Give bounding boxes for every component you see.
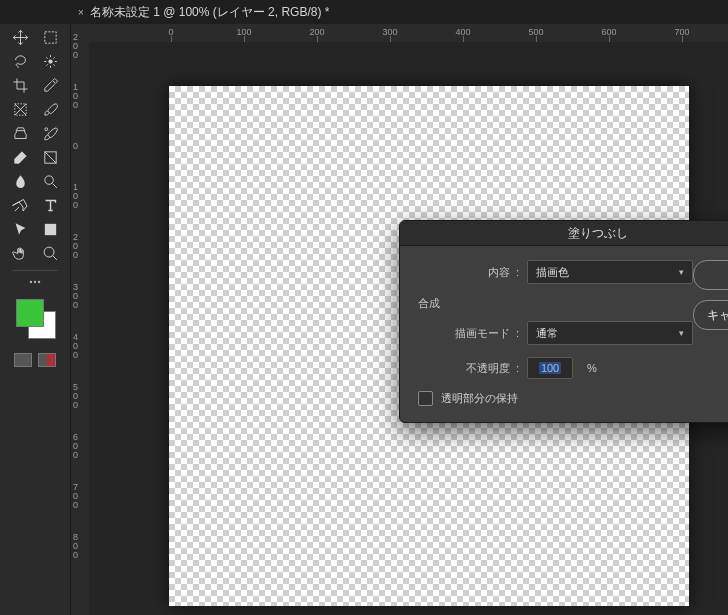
mode-select[interactable]: 通常 ▾ xyxy=(527,321,693,345)
mode-label: 描画モード xyxy=(414,326,516,341)
svg-rect-0 xyxy=(44,31,55,42)
document-tab[interactable]: × 名称未設定 1 @ 100% (レイヤー 2, RGB/8) * xyxy=(78,4,329,21)
opacity-label: 不透明度 xyxy=(414,361,516,376)
quick-select-tool[interactable] xyxy=(37,50,63,72)
quick-mask-icon[interactable] xyxy=(38,353,56,367)
crop-tool[interactable] xyxy=(7,74,33,96)
ok-button[interactable]: OK xyxy=(693,260,728,290)
zoom-tool[interactable] xyxy=(37,242,63,264)
ruler-horizontal[interactable]: 0 100 200 300 400 500 600 700 xyxy=(89,24,728,43)
opacity-value: 100 xyxy=(539,362,561,374)
screen-mode-icon[interactable] xyxy=(14,353,32,367)
svg-point-8 xyxy=(30,281,32,283)
opacity-input[interactable]: 100 xyxy=(527,357,573,379)
fill-dialog: 塗りつぶし 内容 : 描画色 ▾ 合成 描画モード xyxy=(399,220,728,423)
ruler-v-tick: 200 xyxy=(73,33,78,60)
type-tool[interactable] xyxy=(37,194,63,216)
preserve-transparency-checkbox[interactable]: 透明部分の保持 xyxy=(418,391,693,406)
eraser-tool[interactable] xyxy=(7,146,33,168)
pen-tool[interactable] xyxy=(7,194,33,216)
paint-bucket-tool[interactable] xyxy=(37,146,63,168)
cancel-button[interactable]: キャンセル xyxy=(693,300,728,330)
foreground-color-swatch[interactable] xyxy=(16,299,44,327)
edit-toolbar-icon[interactable] xyxy=(28,275,42,289)
ruler-vertical[interactable]: 200 100 0 100 200 300 400 500 600 700 80… xyxy=(71,42,90,615)
opacity-unit: % xyxy=(587,362,597,374)
move-tool[interactable] xyxy=(7,26,33,48)
history-brush-tool[interactable] xyxy=(37,122,63,144)
content-value: 描画色 xyxy=(536,265,569,280)
document-title: 名称未設定 1 @ 100% (レイヤー 2, RGB/8) * xyxy=(90,4,330,21)
compositing-group-label: 合成 xyxy=(418,296,693,311)
preserve-transparency-label: 透明部分の保持 xyxy=(441,391,518,406)
color-swatches[interactable] xyxy=(14,297,56,339)
svg-point-7 xyxy=(44,247,54,257)
content-select[interactable]: 描画色 ▾ xyxy=(527,260,693,284)
chevron-down-icon: ▾ xyxy=(679,328,684,338)
lasso-tool[interactable] xyxy=(7,50,33,72)
brush-tool[interactable] xyxy=(37,98,63,120)
svg-point-5 xyxy=(44,175,53,184)
eyedropper-tool[interactable] xyxy=(37,74,63,96)
blur-tool[interactable] xyxy=(7,170,33,192)
document-area: 0 100 200 300 400 500 600 700 200 100 0 … xyxy=(71,24,728,615)
clone-tool[interactable] xyxy=(7,122,33,144)
checkbox-icon xyxy=(418,391,433,406)
svg-rect-6 xyxy=(44,223,55,234)
svg-point-9 xyxy=(34,281,36,283)
content-label: 内容 xyxy=(414,265,516,280)
svg-point-10 xyxy=(38,281,40,283)
tool-panel xyxy=(0,24,71,615)
marquee-tool[interactable] xyxy=(37,26,63,48)
document-tab-bar: × 名称未設定 1 @ 100% (レイヤー 2, RGB/8) * xyxy=(0,0,728,24)
chevron-down-icon: ▾ xyxy=(679,267,684,277)
dialog-title: 塗りつぶし xyxy=(400,221,728,246)
dodge-tool[interactable] xyxy=(37,170,63,192)
svg-point-1 xyxy=(48,59,52,63)
path-select-tool[interactable] xyxy=(7,218,33,240)
frame-tool[interactable] xyxy=(7,98,33,120)
shape-tool[interactable] xyxy=(37,218,63,240)
hand-tool[interactable] xyxy=(7,242,33,264)
mode-value: 通常 xyxy=(536,326,558,341)
close-tab-icon[interactable]: × xyxy=(78,7,84,18)
svg-point-3 xyxy=(44,127,47,130)
